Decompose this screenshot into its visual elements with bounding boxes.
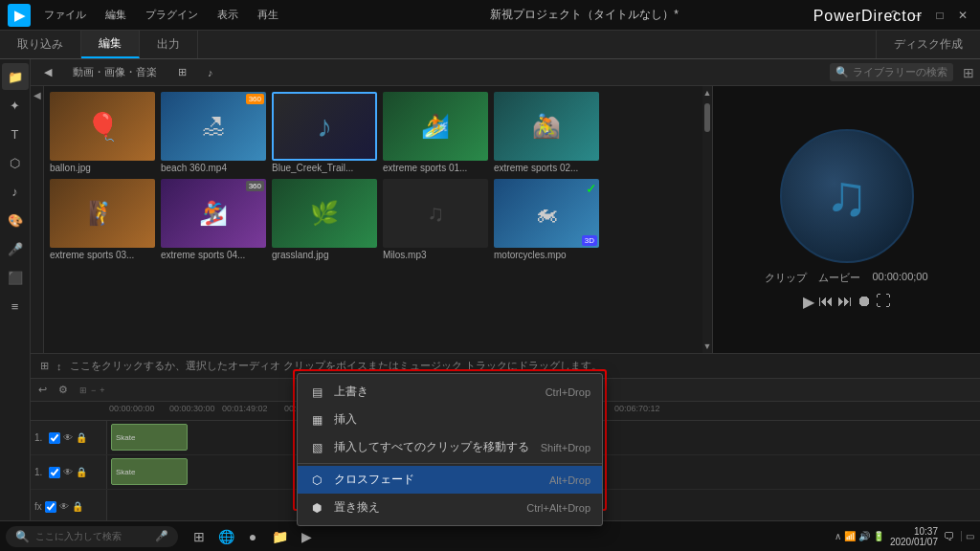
- tool-subtitle[interactable]: ≡: [2, 293, 29, 320]
- ctx-insert[interactable]: ▦ 挿入: [298, 406, 602, 433]
- taskbar-search[interactable]: 🔍 ここに入力して検索 🎤: [6, 526, 178, 547]
- taskbar-app1[interactable]: ▶: [295, 525, 318, 548]
- tool-transition[interactable]: ⬡: [2, 149, 29, 176]
- menu-view[interactable]: 表示: [212, 6, 244, 24]
- media-label-extreme03: extreme sports 03...: [50, 250, 155, 260]
- drag-icon-1: ⊞: [40, 360, 49, 372]
- badge-360: 360: [246, 94, 264, 104]
- preview-tabs: クリップ ムービー 00:00:00;00: [765, 271, 927, 285]
- play-btn[interactable]: ▶: [803, 293, 814, 311]
- track-lock-1a[interactable]: 🔒: [76, 432, 87, 443]
- ctx-replace[interactable]: ⬢ 置き換え Ctrl+Alt+Drop: [298, 494, 602, 521]
- ctx-overwrite-label: 上書き: [334, 384, 536, 400]
- menu-play[interactable]: 再生: [252, 6, 284, 24]
- clock-time: 10:37: [890, 526, 938, 537]
- track-lock-fx[interactable]: 🔒: [72, 501, 83, 512]
- media-btn1[interactable]: ⊞: [170, 64, 194, 80]
- media-label-motorcycles: motorcycles.mpo: [494, 250, 599, 260]
- search-label[interactable]: ライブラリーの検索: [853, 65, 947, 79]
- menu-plugin[interactable]: プラグイン: [140, 6, 204, 24]
- tl-zoom-out[interactable]: −: [91, 386, 96, 395]
- media-btn2[interactable]: ♪: [200, 65, 221, 80]
- record-btn[interactable]: ⏺: [857, 293, 872, 310]
- tab-import[interactable]: 取り込み: [0, 31, 81, 58]
- scroll-thumb[interactable]: [704, 103, 710, 132]
- media-filter-all[interactable]: 動画・画像・音楽: [65, 63, 165, 81]
- tl-undo[interactable]: ↩: [34, 382, 51, 398]
- close-button[interactable]: ✕: [953, 6, 972, 25]
- tray-volume[interactable]: 🔊: [858, 531, 870, 541]
- media-grid[interactable]: 🎈 ballon.jpg 🏖 360 beach 360.mp4 ♪ Blue: [44, 86, 702, 353]
- ruler-0: 00:00:00:00: [109, 404, 155, 413]
- tab-output[interactable]: 出力: [140, 31, 198, 58]
- prev-btn[interactable]: ⏮: [818, 293, 834, 310]
- tab-edit[interactable]: 編集: [81, 31, 140, 58]
- taskbar-explorer[interactable]: 📁: [268, 525, 291, 548]
- tray-battery[interactable]: 🔋: [873, 531, 884, 541]
- menu-file[interactable]: ファイル: [38, 6, 92, 24]
- maximize-button[interactable]: □: [930, 6, 949, 25]
- clip-tab[interactable]: クリップ: [765, 271, 807, 285]
- tray-notification[interactable]: 🗨: [944, 530, 955, 543]
- tab-disk[interactable]: ディスク作成: [876, 31, 980, 58]
- tool-text[interactable]: T: [2, 121, 29, 147]
- ctx-replace-shortcut: Ctrl+Alt+Drop: [526, 502, 590, 514]
- taskbar-start[interactable]: ⊞: [188, 525, 211, 548]
- ctx-crossfade-icon: ⬡: [309, 473, 324, 488]
- track-num-1a: 1.: [34, 432, 46, 443]
- tl-zoom-in[interactable]: +: [100, 386, 104, 395]
- media-item-bluecreek[interactable]: ♪ Blue_Creek_Trail...: [272, 92, 377, 173]
- track-check-1a[interactable]: [49, 432, 60, 444]
- track-eye-fx[interactable]: 👁: [59, 501, 69, 512]
- clock: 10:37 2020/01/07: [890, 526, 938, 547]
- media-scrollbar[interactable]: ▲ ▼: [702, 86, 712, 353]
- ctx-divider: [298, 463, 602, 464]
- taskbar-edge[interactable]: 🌐: [214, 525, 237, 548]
- badge-check: ✓: [586, 181, 597, 196]
- ctx-crossfade[interactable]: ⬡ クロスフェード Alt+Drop: [298, 466, 602, 494]
- track-check-fx[interactable]: [45, 501, 56, 513]
- clip-1b-1[interactable]: Skate: [111, 458, 188, 485]
- media-item-milos[interactable]: ♫ Milos.mp3: [383, 179, 488, 260]
- taskbar-mic-icon[interactable]: 🎤: [155, 530, 168, 542]
- tool-color[interactable]: 🎨: [2, 207, 29, 233]
- menu-edit[interactable]: 編集: [100, 6, 132, 24]
- track-eye-1b[interactable]: 👁: [63, 467, 73, 477]
- media-item-ballon[interactable]: 🎈 ballon.jpg: [50, 92, 155, 173]
- taskbar-chrome[interactable]: ●: [241, 525, 264, 548]
- tool-media[interactable]: 📁: [2, 63, 29, 90]
- movie-tab[interactable]: ムービー: [818, 271, 860, 285]
- grid-view-icon[interactable]: ⊞: [963, 65, 974, 80]
- media-nav-left[interactable]: ◀: [36, 64, 59, 80]
- ruler-1: 00:00:30:00: [169, 404, 215, 413]
- tray-desktop[interactable]: ▭: [961, 531, 974, 541]
- ctx-overwrite[interactable]: ▤ 上書き Ctrl+Drop: [298, 378, 602, 406]
- left-panel-toggle[interactable]: ◀: [31, 86, 44, 353]
- track-lock-1b[interactable]: 🔒: [76, 467, 87, 477]
- track-check-1b[interactable]: [49, 467, 60, 478]
- media-label-extreme04: extreme sports 04...: [161, 250, 266, 260]
- media-item-extreme02[interactable]: 🚵 extreme sports 02...: [494, 92, 599, 173]
- next-btn[interactable]: ⏭: [837, 293, 853, 310]
- tl-settings[interactable]: ⚙: [55, 382, 72, 398]
- media-item-extreme04[interactable]: 🏂 360 extreme sports 04...: [161, 179, 266, 260]
- media-item-extreme03[interactable]: 🧗 extreme sports 03...: [50, 179, 155, 260]
- tray-network[interactable]: 📶: [844, 531, 856, 541]
- media-item-extreme01[interactable]: 🏄 extreme sports 01...: [383, 92, 488, 173]
- tool-fx[interactable]: ✦: [2, 92, 29, 119]
- tool-pip[interactable]: ⬛: [2, 264, 29, 291]
- tool-mic[interactable]: 🎤: [2, 235, 29, 262]
- clip-1a-1[interactable]: Skate: [111, 424, 188, 451]
- ctx-insert-move-label: 挿入してすべてのクリップを移動する: [334, 439, 531, 455]
- track-eye-1a[interactable]: 👁: [63, 432, 73, 443]
- media-item-motorcycles[interactable]: 🏍 ✓ 3D motorcycles.mpo: [494, 179, 599, 260]
- tray-up-arrow[interactable]: ∧: [835, 531, 841, 541]
- fullscreen-btn[interactable]: ⛶: [876, 293, 891, 310]
- tool-audio[interactable]: ♪: [2, 178, 29, 205]
- media-item-grassland[interactable]: 🌿 grassland.jpg: [272, 179, 377, 260]
- media-item-beach[interactable]: 🏖 360 beach 360.mp4: [161, 92, 266, 173]
- track-label-1b: 1. 👁 🔒: [31, 455, 107, 489]
- drag-icon-2: ↕: [56, 361, 62, 372]
- clock-date: 2020/01/07: [890, 537, 938, 547]
- ctx-insert-move[interactable]: ▧ 挿入してすべてのクリップを移動する Shift+Drop: [298, 433, 602, 461]
